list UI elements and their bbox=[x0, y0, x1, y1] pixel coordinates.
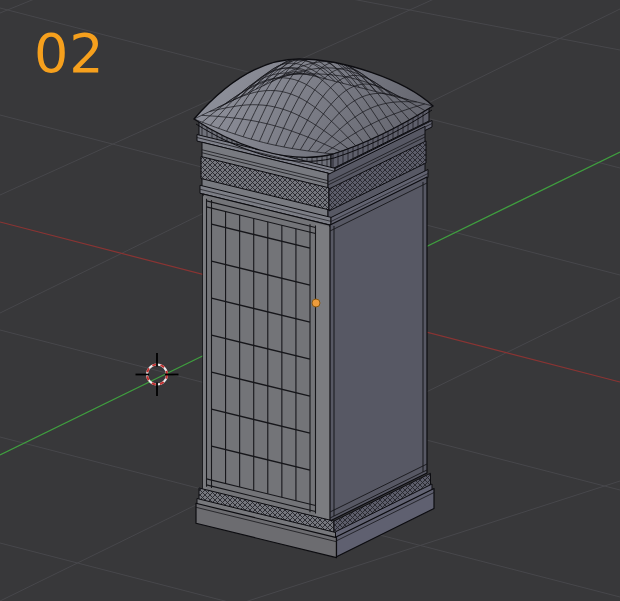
blender-viewport[interactable]: 02 bbox=[0, 0, 620, 601]
cursor-3d bbox=[136, 353, 179, 396]
body-right-face bbox=[330, 177, 427, 521]
object-origin-dot bbox=[312, 299, 320, 307]
scene-number-label: 02 bbox=[34, 22, 105, 85]
phone-box-model[interactable] bbox=[194, 55, 434, 558]
body-front-door bbox=[203, 194, 330, 521]
viewport-3d-canvas[interactable] bbox=[0, 0, 620, 601]
